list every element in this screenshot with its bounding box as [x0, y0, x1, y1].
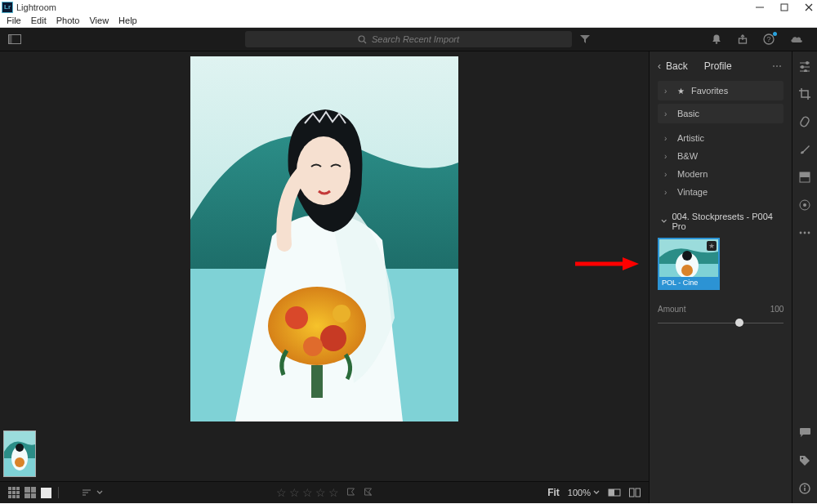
- star-icon[interactable]: ☆: [328, 486, 339, 499]
- section-favorites[interactable]: › ★ Favorites: [658, 81, 784, 100]
- star-icon[interactable]: ☆: [302, 486, 313, 499]
- zoom-fit-button[interactable]: Fit: [547, 487, 560, 498]
- svg-point-9: [716, 42, 717, 43]
- chevron-down-icon: [96, 490, 103, 495]
- flag-pick-icon[interactable]: [346, 488, 356, 497]
- amount-slider[interactable]: [658, 319, 784, 327]
- grid-view-large-button[interactable]: [25, 487, 36, 498]
- brush-icon[interactable]: [798, 143, 811, 156]
- more-icon[interactable]: [798, 226, 811, 239]
- svg-rect-35: [609, 489, 614, 496]
- amount-value: 100: [770, 305, 784, 314]
- svg-point-57: [801, 457, 803, 459]
- section-basic[interactable]: › Basic: [658, 104, 784, 123]
- chevron-right-icon: ›: [664, 109, 671, 118]
- compare-view-icon[interactable]: [629, 488, 641, 497]
- chevron-right-icon: ›: [664, 188, 671, 197]
- bell-icon[interactable]: [711, 33, 722, 45]
- chevron-right-icon: ›: [664, 170, 671, 179]
- menu-photo[interactable]: Photo: [51, 16, 85, 25]
- chevron-down-icon: [593, 490, 600, 495]
- heal-icon[interactable]: [798, 115, 811, 128]
- svg-point-56: [808, 232, 810, 234]
- profile-tab[interactable]: Profile: [704, 60, 732, 72]
- original-toggle-icon[interactable]: [608, 488, 621, 497]
- topbar: Search Recent Import ?: [0, 28, 817, 51]
- svg-point-41: [682, 251, 692, 261]
- star-icon[interactable]: ☆: [289, 486, 300, 499]
- svg-rect-5: [9, 35, 12, 44]
- preset-favorite-toggle[interactable]: ★: [707, 241, 717, 251]
- section-modern[interactable]: › Modern: [658, 166, 784, 182]
- chat-icon[interactable]: [798, 426, 811, 439]
- tag-icon[interactable]: [798, 454, 811, 467]
- svg-point-28: [16, 444, 24, 452]
- slider-track: [658, 323, 784, 323]
- cloud-icon[interactable]: [789, 33, 804, 45]
- panels-icon[interactable]: [8, 34, 21, 44]
- section-vintage[interactable]: › Vintage: [658, 184, 784, 200]
- back-label: Back: [666, 60, 688, 72]
- svg-point-18: [285, 306, 308, 329]
- search-input[interactable]: Search Recent Import: [245, 31, 572, 47]
- section-bw[interactable]: › B&W: [658, 148, 784, 164]
- tool-strip: [792, 51, 817, 503]
- right-sidebar: ‹ Back Profile ⋯ › ★ Favorites › Basic: [649, 51, 817, 503]
- radial-gradient-icon[interactable]: [798, 198, 811, 212]
- menu-file[interactable]: File: [2, 16, 26, 25]
- sliders-icon[interactable]: [798, 60, 811, 73]
- slider-knob[interactable]: [735, 319, 743, 327]
- search-icon: [358, 35, 367, 44]
- svg-point-44: [806, 61, 809, 65]
- svg-point-46: [801, 65, 804, 69]
- search-placeholder: Search Recent Import: [372, 34, 459, 44]
- menu-edit[interactable]: Edit: [26, 16, 51, 25]
- main-photo[interactable]: [190, 56, 458, 421]
- chevron-right-icon: ›: [664, 134, 671, 143]
- divider: [58, 487, 59, 498]
- chevron-right-icon: ›: [664, 152, 671, 161]
- info-icon[interactable]: [798, 482, 811, 495]
- svg-point-60: [804, 485, 806, 487]
- back-button[interactable]: ‹ Back: [658, 60, 688, 72]
- linear-gradient-icon[interactable]: [798, 171, 811, 184]
- rating-bar[interactable]: ☆ ☆ ☆ ☆ ☆: [276, 486, 373, 499]
- svg-rect-1: [781, 4, 788, 11]
- section-label: B&W: [677, 151, 698, 161]
- filmstrip-thumbnail[interactable]: [3, 430, 36, 477]
- section-artistic[interactable]: › Artistic: [658, 130, 784, 146]
- single-view-button[interactable]: [41, 488, 51, 498]
- zoom-percent-dropdown[interactable]: 100%: [568, 488, 600, 497]
- grid-view-small-button[interactable]: [8, 487, 20, 498]
- svg-point-54: [800, 232, 802, 234]
- star-icon[interactable]: ☆: [276, 486, 287, 499]
- preset-group-label: 004. Stockpresets - P004 Pro: [672, 212, 780, 231]
- presets-panel: ‹ Back Profile ⋯ › ★ Favorites › Basic: [650, 51, 792, 503]
- svg-line-7: [364, 41, 367, 43]
- star-icon[interactable]: ☆: [315, 486, 326, 499]
- svg-rect-51: [800, 172, 810, 177]
- menu-help[interactable]: Help: [114, 16, 142, 25]
- window-minimize-button[interactable]: [755, 2, 765, 12]
- svg-point-53: [803, 203, 806, 207]
- svg-point-48: [804, 69, 807, 72]
- sort-dropdown[interactable]: [82, 488, 103, 497]
- window-maximize-button[interactable]: [779, 2, 789, 12]
- app-logo: Lr: [2, 2, 13, 13]
- svg-marker-8: [580, 35, 590, 43]
- filmstrip: [0, 426, 649, 481]
- flag-reject-icon[interactable]: [364, 488, 373, 497]
- svg-point-55: [804, 232, 806, 234]
- filter-icon[interactable]: [580, 34, 590, 44]
- preset-group-header[interactable]: 004. Stockpresets - P004 Pro: [658, 210, 784, 233]
- preset-name: POL - Cine: [659, 277, 718, 288]
- window-close-button[interactable]: [804, 2, 814, 12]
- os-titlebar: Lr Lightroom: [0, 0, 817, 14]
- preset-thumbnail[interactable]: ★ POL - Cine: [658, 238, 720, 290]
- share-icon[interactable]: [737, 33, 748, 45]
- menu-view[interactable]: View: [84, 16, 114, 25]
- panel-more-icon[interactable]: ⋯: [772, 60, 784, 72]
- crop-icon[interactable]: [798, 87, 811, 100]
- menubar: File Edit Photo View Help: [0, 14, 817, 28]
- help-icon[interactable]: ?: [763, 33, 775, 45]
